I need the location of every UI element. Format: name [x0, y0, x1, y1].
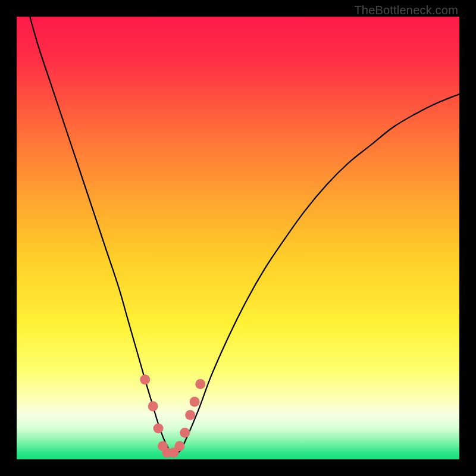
marker-dot: [148, 401, 158, 411]
bottleneck-curve: [30, 17, 459, 454]
marker-dot: [154, 423, 164, 433]
watermark-label: TheBottleneck.com: [354, 4, 458, 17]
chart-frame: TheBottleneck.com: [0, 0, 476, 476]
marker-dot: [140, 375, 150, 385]
marker-dot: [180, 428, 190, 438]
curve-layer: [17, 17, 459, 459]
plot-area: [17, 17, 459, 459]
marker-dot: [185, 410, 195, 420]
marker-dot: [190, 397, 200, 407]
marker-dot: [174, 441, 184, 451]
marker-dot: [195, 379, 205, 389]
